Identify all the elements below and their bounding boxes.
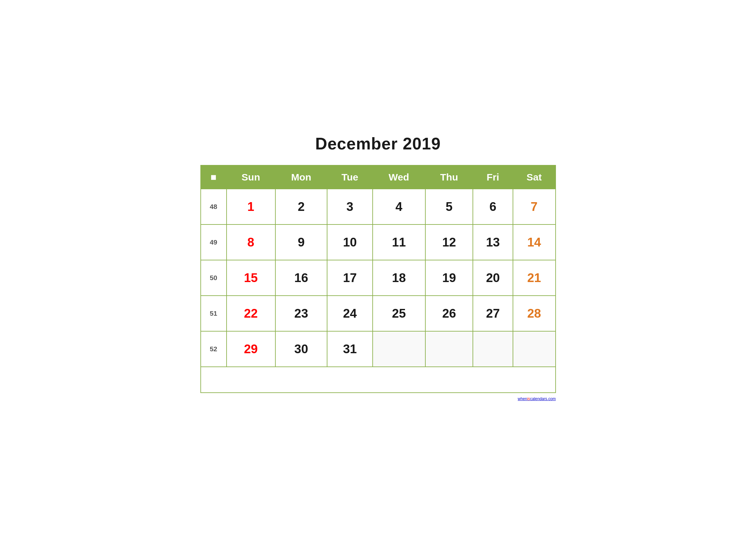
calendar-body: 4812345674989101112131450151617181920215… [201,189,555,393]
day-cell: 21 [513,260,555,296]
watermark-prefix: when [518,397,527,401]
week-number: 49 [201,224,227,260]
week-number: 52 [201,331,227,367]
day-cell: 30 [275,331,327,367]
day-cell [373,331,425,367]
day-cell: 26 [425,296,473,331]
table-row: 49891011121314 [201,224,555,260]
table-row: 481234567 [201,189,555,224]
empty-cell [201,367,555,393]
header-fri: Fri [473,165,513,189]
week-number: 51 [201,296,227,331]
day-cell: 25 [373,296,425,331]
watermark-is: is [527,397,530,401]
day-cell: 29 [227,331,275,367]
day-cell: 6 [473,189,513,224]
day-cell [425,331,473,367]
day-cell: 23 [275,296,327,331]
day-cell: 28 [513,296,555,331]
day-cell: 27 [473,296,513,331]
day-cell: 1 [227,189,275,224]
table-row: 5015161718192021 [201,260,555,296]
day-cell: 2 [275,189,327,224]
header-thu: Thu [425,165,473,189]
day-cell: 3 [327,189,372,224]
week-icon: ■ [210,171,216,183]
header-wed: Wed [373,165,425,189]
header-row: ■ Sun Mon Tue Wed Thu Fri Sat [201,165,555,189]
watermark-suffix: calendars.com [530,397,556,401]
day-cell: 22 [227,296,275,331]
calendar-table: ■ Sun Mon Tue Wed Thu Fri Sat 4812345674… [201,165,556,393]
day-cell: 13 [473,224,513,260]
day-cell [513,331,555,367]
table-row: 52293031 [201,331,555,367]
week-number: 50 [201,260,227,296]
day-cell: 12 [425,224,473,260]
day-cell: 18 [373,260,425,296]
week-number: 48 [201,189,227,224]
header-mon: Mon [275,165,327,189]
watermark[interactable]: wheniscalendars.com [201,396,556,401]
day-cell: 7 [513,189,555,224]
calendar-container: December 2019 ■ Sun Mon Tue Wed Thu Fri … [201,134,556,401]
day-cell: 4 [373,189,425,224]
empty-row [201,367,555,393]
header-sun: Sun [227,165,275,189]
day-cell: 31 [327,331,372,367]
day-cell: 16 [275,260,327,296]
calendar-title: December 2019 [201,134,556,153]
table-row: 5122232425262728 [201,296,555,331]
day-cell: 24 [327,296,372,331]
day-cell: 19 [425,260,473,296]
header-tue: Tue [327,165,372,189]
week-num-header: ■ [201,165,227,189]
day-cell: 10 [327,224,372,260]
day-cell: 15 [227,260,275,296]
watermark-link[interactable]: wheniscalendars.com [518,397,556,401]
day-cell: 17 [327,260,372,296]
day-cell [473,331,513,367]
day-cell: 20 [473,260,513,296]
day-cell: 9 [275,224,327,260]
day-cell: 11 [373,224,425,260]
day-cell: 14 [513,224,555,260]
header-sat: Sat [513,165,555,189]
day-cell: 5 [425,189,473,224]
day-cell: 8 [227,224,275,260]
